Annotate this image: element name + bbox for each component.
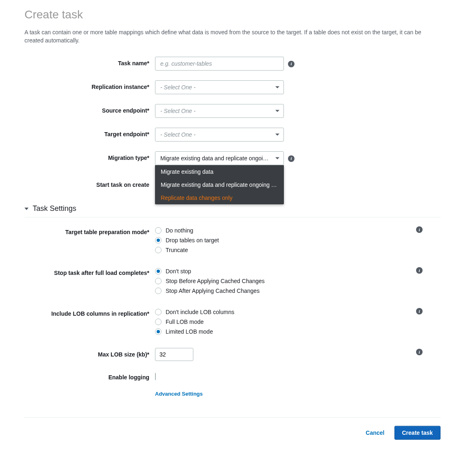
enable-logging-checkbox[interactable]	[155, 373, 156, 380]
radio-label: Stop Before Applying Cached Changes	[166, 278, 265, 284]
target-endpoint-select[interactable]: - Select One -	[155, 128, 284, 142]
migration-type-dropdown: Migrate existing data Migrate existing d…	[155, 165, 284, 204]
cancel-button[interactable]: Cancel	[366, 430, 385, 436]
radio-label: Drop tables on target	[166, 237, 219, 244]
task-name-input[interactable]	[155, 57, 284, 71]
select-value: Migrate existing data and replicate ongo…	[160, 155, 271, 162]
collapse-toggle-icon[interactable]	[24, 208, 29, 210]
info-icon[interactable]	[288, 155, 294, 162]
divider	[24, 217, 441, 217]
stop-after-load-group: Don't stop Stop Before Applying Cached C…	[155, 266, 284, 297]
chevron-down-icon	[275, 110, 279, 112]
chevron-down-icon	[275, 134, 279, 136]
migration-type-select[interactable]: Migrate existing data and replicate ongo…	[155, 151, 284, 165]
target-prep-label: Target table preparation mode*	[24, 226, 155, 235]
radio-label: Limited LOB mode	[166, 328, 213, 335]
radio-limited-lob[interactable]	[155, 328, 162, 335]
info-icon[interactable]	[416, 308, 423, 314]
migration-type-label: Migration type*	[24, 151, 155, 161]
page-title: Create task	[24, 8, 441, 21]
select-placeholder: - Select One -	[160, 84, 195, 91]
info-icon[interactable]	[416, 349, 423, 355]
replication-instance-label: Replication instance*	[24, 80, 155, 90]
chevron-down-icon	[275, 86, 279, 89]
source-endpoint-label: Source endpoint*	[24, 104, 155, 114]
radio-label: Truncate	[166, 247, 188, 253]
info-icon[interactable]	[416, 226, 423, 233]
radio-label: Full LOB mode	[166, 319, 204, 325]
lob-columns-label: Include LOB columns in replication*	[24, 307, 155, 317]
radio-dont-stop[interactable]	[155, 268, 162, 275]
migration-type-option[interactable]: Migrate existing data and replicate ongo…	[155, 178, 284, 191]
info-icon[interactable]	[288, 61, 294, 67]
replication-instance-select[interactable]: - Select One -	[155, 80, 284, 94]
max-lob-input[interactable]	[155, 348, 193, 361]
page-intro: A task can contain one or more table map…	[24, 29, 441, 44]
radio-do-nothing[interactable]	[155, 227, 162, 234]
target-endpoint-label: Target endpoint*	[24, 128, 155, 137]
source-endpoint-select[interactable]: - Select One -	[155, 104, 284, 118]
radio-label: Don't stop	[166, 268, 191, 275]
radio-no-lob[interactable]	[155, 309, 162, 315]
target-prep-group: Do nothing Drop tables on target Truncat…	[155, 226, 284, 257]
task-settings-header: Task Settings	[33, 204, 76, 213]
stop-after-load-label: Stop task after full load completes*	[24, 266, 155, 276]
lob-columns-group: Don't include LOB columns Full LOB mode …	[155, 307, 284, 338]
radio-drop-tables[interactable]	[155, 237, 162, 244]
migration-type-option[interactable]: Migrate existing data	[155, 165, 284, 178]
enable-logging-label: Enable logging	[24, 371, 155, 381]
chevron-down-icon	[275, 157, 279, 159]
max-lob-label: Max LOB size (kb)*	[24, 348, 155, 358]
select-placeholder: - Select One -	[160, 108, 195, 114]
task-name-label: Task name*	[24, 57, 155, 66]
radio-label: Don't include LOB columns	[166, 309, 234, 315]
radio-label: Do nothing	[166, 227, 193, 234]
select-placeholder: - Select One -	[160, 131, 195, 138]
migration-type-option[interactable]: Replicate data changes only	[155, 191, 284, 204]
radio-stop-after-cached[interactable]	[155, 288, 162, 294]
radio-label: Stop After Applying Cached Changes	[166, 288, 259, 294]
info-icon[interactable]	[416, 267, 423, 274]
create-task-button[interactable]: Create task	[394, 426, 441, 440]
divider	[24, 417, 441, 418]
radio-stop-before-cached[interactable]	[155, 278, 162, 284]
radio-full-lob[interactable]	[155, 319, 162, 325]
radio-truncate[interactable]	[155, 247, 162, 253]
advanced-settings-link[interactable]: Advanced Settings	[155, 391, 203, 397]
